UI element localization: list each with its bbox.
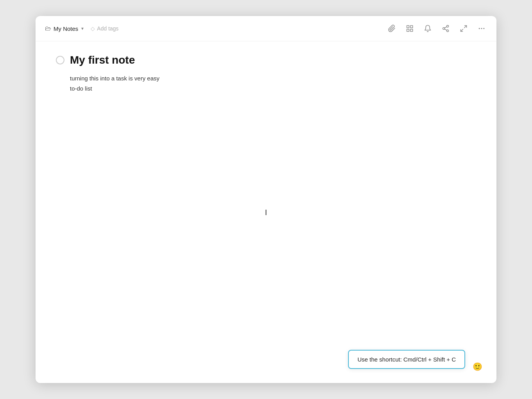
task-checkbox[interactable] <box>56 56 64 64</box>
add-tags-label: Add tags <box>97 25 118 32</box>
app-window: 🗁 My Notes ▾ ◇ Add tags <box>36 16 496 383</box>
add-tags-button[interactable]: ◇ Add tags <box>87 24 121 33</box>
svg-rect-0 <box>407 26 409 28</box>
svg-rect-2 <box>407 29 409 32</box>
toolbar-left: 🗁 My Notes ▾ ◇ Add tags <box>45 24 122 33</box>
share-button[interactable] <box>440 23 451 34</box>
note-content-area[interactable]: My first note turning this into a task i… <box>36 41 496 383</box>
shortcut-tooltip: Use the shortcut: Cmd/Ctrl + Shift + C <box>348 350 465 369</box>
breadcrumb[interactable]: 🗁 My Notes ▾ <box>45 25 84 32</box>
note-title-row: My first note <box>56 54 478 66</box>
folder-icon: 🗁 <box>45 25 51 32</box>
more-icon <box>478 25 486 32</box>
shortcut-text: Use the shortcut: Cmd/Ctrl + Shift + C <box>357 356 456 363</box>
expand-button[interactable] <box>458 23 469 34</box>
expand-icon <box>460 25 468 32</box>
note-line-1: turning this into a task is very easy <box>70 73 478 84</box>
svg-point-12 <box>481 28 482 29</box>
svg-point-11 <box>479 28 480 29</box>
attachment-button[interactable] <box>386 23 397 34</box>
text-cursor: I <box>265 208 267 217</box>
share-icon <box>442 25 450 32</box>
note-title: My first note <box>70 54 135 66</box>
breadcrumb-title: My Notes <box>54 25 78 32</box>
svg-line-10 <box>461 29 463 32</box>
svg-line-7 <box>445 29 447 30</box>
note-body: turning this into a task is very easy to… <box>56 73 478 93</box>
bell-icon <box>424 25 432 32</box>
emoji-icon: 🙂 <box>473 362 482 371</box>
svg-line-8 <box>445 27 447 28</box>
grid-icon <box>406 25 414 32</box>
emoji-button[interactable]: 🙂 <box>473 362 482 371</box>
toolbar: 🗁 My Notes ▾ ◇ Add tags <box>36 16 496 41</box>
svg-line-9 <box>464 26 467 28</box>
notification-button[interactable] <box>422 23 433 34</box>
tag-icon: ◇ <box>91 25 95 32</box>
grid-view-button[interactable] <box>404 23 415 34</box>
svg-point-13 <box>484 28 484 29</box>
svg-rect-3 <box>411 29 413 32</box>
note-line-2: to-do list <box>70 84 478 94</box>
toolbar-right <box>386 23 487 34</box>
chevron-down-icon: ▾ <box>81 26 84 31</box>
svg-rect-1 <box>411 26 413 28</box>
more-options-button[interactable] <box>476 23 487 34</box>
attachment-icon <box>388 25 396 32</box>
